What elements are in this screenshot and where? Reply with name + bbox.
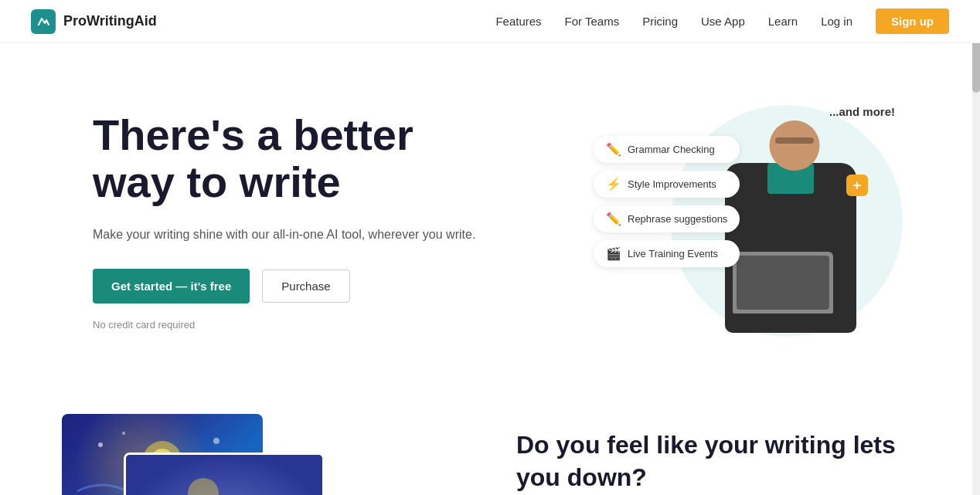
- svg-rect-7: [126, 455, 325, 495]
- brand-name: ProWritingAid: [63, 13, 157, 29]
- svg-point-4: [122, 432, 125, 435]
- nav-use-app[interactable]: Use App: [701, 15, 745, 28]
- hero-content: There's a better way to write Make your …: [93, 111, 495, 331]
- style-icon: ⚡: [606, 177, 621, 192]
- pill-training-label: Live Training Events: [628, 248, 718, 259]
- second-section-content: Do you feel like your writing lets you d…: [516, 414, 918, 495]
- plus-badge: +: [846, 175, 868, 196]
- laptop: [733, 252, 833, 314]
- nav-features[interactable]: Features: [495, 15, 541, 28]
- signup-button[interactable]: Sign up: [876, 8, 949, 34]
- get-started-button[interactable]: Get started — it's free: [93, 269, 250, 303]
- no-credit-card-notice: No credit card required: [93, 319, 495, 331]
- hero-subtitle: Make your writing shine with our all-in-…: [93, 225, 495, 245]
- pill-grammar: ✏️ Grammar Checking: [594, 136, 740, 163]
- pill-rephrase-label: Rephrase suggestions: [628, 213, 727, 225]
- person-head: [770, 120, 820, 171]
- page-scrollbar[interactable]: [972, 0, 980, 495]
- brand[interactable]: ProWritingAid: [31, 9, 157, 34]
- artwork-overlay: [124, 453, 325, 495]
- nav-for-teams[interactable]: For Teams: [565, 15, 620, 28]
- section-spacer: [0, 383, 980, 414]
- hero-section: There's a better way to write Make your …: [0, 43, 980, 383]
- purchase-button[interactable]: Purchase: [262, 270, 349, 303]
- nav-pricing[interactable]: Pricing: [642, 15, 678, 28]
- hero-buttons: Get started — it's free Purchase: [93, 269, 495, 303]
- overlay-artwork-svg: [126, 455, 325, 495]
- training-icon: 🎬: [606, 246, 621, 261]
- navigation: ProWritingAid Features For Teams Pricing…: [0, 0, 980, 43]
- pill-training: 🎬 Live Training Events: [594, 240, 740, 267]
- brand-logo: [31, 9, 56, 34]
- nav-links: Features For Teams Pricing Use App Learn…: [495, 8, 949, 34]
- svg-point-5: [213, 438, 219, 444]
- login-button[interactable]: Log in: [821, 15, 852, 28]
- feature-pills: ✏️ Grammar Checking ⚡ Style Improvements…: [594, 136, 740, 267]
- second-title: Do you feel like your writing lets you d…: [516, 429, 918, 493]
- person-glasses: [775, 137, 814, 144]
- pill-rephrase: ✏️ Rephrase suggestions: [594, 205, 740, 232]
- hero-illustration: ...and more! + ✏️: [594, 90, 918, 352]
- grammar-icon: ✏️: [606, 142, 621, 157]
- hero-title: There's a better way to write: [93, 111, 495, 206]
- svg-point-3: [98, 442, 103, 447]
- pill-style: ⚡ Style Improvements: [594, 171, 740, 198]
- person-illustration: +: [717, 113, 872, 329]
- artwork-container: My idea in my head: [62, 414, 356, 495]
- rephrase-icon: ✏️: [606, 212, 621, 226]
- second-section: My idea in my head Do you feel like your…: [0, 414, 980, 495]
- pill-style-label: Style Improvements: [628, 178, 716, 190]
- pill-grammar-label: Grammar Checking: [628, 144, 715, 155]
- nav-learn[interactable]: Learn: [768, 15, 798, 28]
